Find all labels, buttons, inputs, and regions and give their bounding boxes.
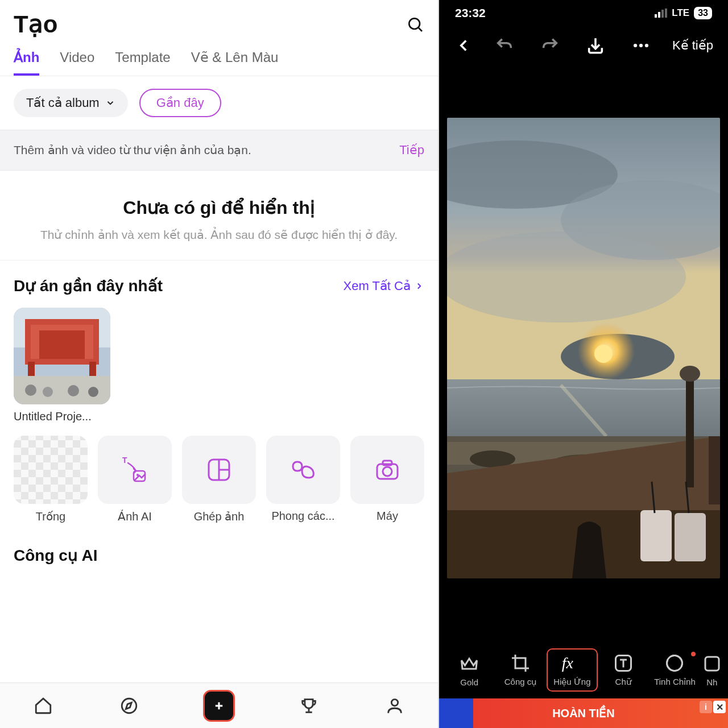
ai-tools-heading: Công cụ AI [0,530,438,569]
notice-continue[interactable]: Tiếp [399,143,424,158]
svg-point-11 [43,387,53,397]
crown-icon [459,653,479,674]
filter-row: Tất cả album Gần đây [0,76,438,130]
recent-projects-section: Dự án gần đây nhất Xem Tất Cả [0,260,438,429]
adjust-icon [664,653,685,673]
redo-icon[interactable] [540,36,560,55]
edit-tool-adjust[interactable]: Tinh Chỉnh [649,653,700,687]
nav-discover[interactable] [117,693,142,718]
project-thumbnail [14,308,110,404]
battery-level: 33 [694,7,712,19]
album-dropdown[interactable]: Tất cả album [14,89,128,117]
svg-point-42 [447,231,686,322]
view-all-link[interactable]: Xem Tất Cả [343,279,424,293]
editor-toolbar: Kế tiếp [439,26,728,65]
nav-profile[interactable] [382,693,407,718]
svg-point-0 [409,18,420,29]
recent-projects-title: Dự án gần đây nhất [14,276,163,295]
tool-label: Ghép ảnh [182,510,256,523]
camera-icon [350,436,424,504]
edit-tool-text[interactable]: Chữ [598,653,649,687]
nav-create[interactable] [203,690,235,722]
search-icon[interactable] [406,15,424,34]
tool-label: Gold [460,677,478,687]
quick-tools: Trống T Ảnh AI Ghép ảnh [0,429,438,530]
canvas[interactable] [439,65,728,631]
project-name: Untitled Proje... [14,410,110,423]
status-right: LTE 33 [655,7,712,19]
bottom-nav [0,682,438,728]
svg-rect-33 [661,10,664,18]
more-icon[interactable] [631,36,651,55]
svg-point-37 [639,44,643,47]
svg-point-21 [383,467,392,476]
tool-ai-image[interactable]: T Ảnh AI [98,436,172,523]
create-screen: Tạo Ảnh Video Template Vẽ & Lên Màu Tất … [0,0,439,728]
edit-toolbar: Gold Công cụ fx Hiệu Ứng Chữ Tinh Chỉnh … [439,642,728,698]
tab-photo[interactable]: Ảnh [14,49,39,76]
next-button[interactable]: Kế tiếp [672,38,713,53]
tool-label: Chữ [615,677,632,687]
edit-tool-partial[interactable]: Nh [701,653,723,687]
tool-collage[interactable]: Ghép ảnh [182,436,256,523]
blank-icon [14,436,88,504]
empty-state: Chưa có gì để hiển thị Thử chỉnh ảnh và … [0,171,438,260]
tool-label: Nh [706,677,717,687]
view-all-label: Xem Tất Cả [343,279,411,293]
svg-rect-22 [383,461,392,465]
section-header: Dự án gần đây nhất Xem Tất Cả [14,276,424,295]
ad-text: HOÀN TIỀN [552,706,615,720]
notice-bar: Thêm ảnh và video từ thư viện ảnh của bạ… [0,130,438,171]
ad-accent [439,698,473,728]
album-dropdown-label: Tất cả album [26,96,100,110]
tool-label: Tinh Chỉnh [654,677,696,687]
edit-tool-effects[interactable]: fx Hiệu Ứng [547,648,598,692]
crop-icon [510,653,531,673]
svg-text:T: T [122,456,127,465]
project-card[interactable]: Untitled Proje... [14,308,110,423]
svg-point-30 [392,699,398,705]
canvas-image [447,118,720,578]
svg-rect-54 [686,374,694,487]
tool-label: Công cụ [504,677,537,687]
svg-point-45 [594,345,613,363]
ad-info-icon[interactable]: i [700,701,712,713]
tool-camera[interactable]: Máy [350,436,424,523]
ad-banner[interactable]: HOÀN TIỀN i ✕ [439,698,728,728]
page-title: Tạo [14,10,57,38]
undo-icon[interactable] [495,36,514,55]
svg-rect-60 [709,436,720,504]
tool-label: Ảnh AI [98,510,172,523]
nav-home[interactable] [31,693,56,718]
toolbar-center [495,36,651,55]
empty-title: Chưa có gì để hiển thị [23,197,415,218]
download-icon[interactable] [586,36,605,55]
tabs: Ảnh Video Template Vẽ & Lên Màu [0,42,438,76]
collage-icon [182,436,256,504]
svg-rect-34 [665,9,667,18]
fx-icon: fx [562,653,582,673]
text-icon [613,653,634,673]
partial-icon [702,653,722,674]
style-icon [266,436,340,504]
badge-dot [691,652,696,656]
svg-rect-56 [640,510,672,561]
status-bar: 23:32 LTE 33 [439,0,728,26]
tab-video[interactable]: Video [60,49,94,76]
back-icon[interactable] [454,36,473,55]
recent-chip[interactable]: Gần đây [139,89,221,117]
nav-trophy[interactable] [296,693,321,718]
tab-template[interactable]: Template [115,49,170,76]
edit-tool-gold[interactable]: Gold [444,653,495,687]
tool-style[interactable]: Phong các... [266,436,340,523]
edit-tool-tools[interactable]: Công cụ [495,653,546,687]
svg-rect-65 [705,657,719,671]
svg-point-10 [25,384,36,396]
svg-point-38 [645,44,648,47]
ad-close-icon[interactable]: ✕ [713,701,726,713]
svg-rect-31 [655,14,657,18]
notice-text: Thêm ảnh và video từ thư viện ảnh của bạ… [14,143,251,157]
network-label: LTE [672,7,689,19]
tab-draw[interactable]: Vẽ & Lên Màu [191,49,279,76]
tool-blank[interactable]: Trống [14,436,88,523]
